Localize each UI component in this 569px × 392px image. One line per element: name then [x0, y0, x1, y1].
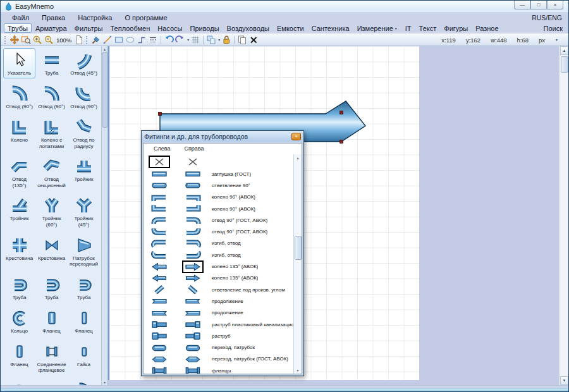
fitting-left-flanged-icon[interactable]: [150, 365, 169, 374]
dialog-scrollbar[interactable]: ▲ ▼: [293, 154, 302, 374]
fitting-right-arrow2-icon[interactable]: [183, 273, 202, 283]
copy-icon[interactable]: [236, 35, 248, 46]
scroll-thumb[interactable]: [561, 56, 568, 73]
fitting-right-bar-round-icon[interactable]: [183, 180, 202, 190]
scroll-up-icon[interactable]: ▲: [297, 154, 300, 161]
fill-style-icon[interactable]: [90, 35, 102, 46]
tab-Текст[interactable]: Текст: [415, 25, 441, 32]
fitting-left-arrow2-icon[interactable]: [150, 273, 169, 283]
tab-Разное[interactable]: Разное: [472, 25, 502, 32]
tab-Трубы[interactable]: Трубы: [4, 23, 32, 33]
dialog-title-bar[interactable]: Фитинги и др. для трубопроводов ×: [142, 131, 303, 142]
palette-item-Труба[interactable]: Труба: [35, 273, 68, 303]
title-bar[interactable]: EasyMnemo — □ ×: [1, 1, 568, 11]
fitting-right-arc-high-icon[interactable]: [183, 227, 202, 237]
fitting-left-hook-high-icon[interactable]: [150, 250, 169, 260]
fitting-left-arc-high-icon[interactable]: [150, 227, 169, 237]
fitting-left-capsule-pt-icon[interactable]: [150, 354, 169, 364]
zoom-fit-icon[interactable]: [20, 35, 32, 46]
scroll-thumb[interactable]: [295, 236, 302, 260]
ellipse-tool-icon[interactable]: [125, 35, 136, 46]
coord-unit[interactable]: px: [539, 37, 545, 44]
fitting-left-socket2-icon[interactable]: [150, 331, 169, 341]
menu-item[interactable]: Правка: [35, 14, 71, 21]
maximize-button[interactable]: □: [530, 1, 547, 9]
unit-dropdown-icon[interactable]: ▼: [555, 38, 558, 42]
fitting-left-bar-notch-icon[interactable]: [150, 296, 169, 306]
close-button[interactable]: ×: [547, 1, 563, 9]
rect-tool-icon[interactable]: [113, 35, 125, 46]
scroll-down-icon[interactable]: ▼: [560, 376, 568, 385]
palette-item-Отвод (135°)[interactable]: Отвод (135°): [3, 154, 35, 190]
fitting-left-elbow-low-icon[interactable]: [150, 192, 169, 202]
fitting-right-arc-low-icon[interactable]: [183, 215, 202, 225]
palette-item-Отвод (90°)[interactable]: Отвод (90°): [3, 82, 35, 112]
tab-Емкости[interactable]: Емкости: [273, 25, 308, 32]
fitting-left-arrow-icon[interactable]: [150, 262, 169, 272]
palette-item-Указатель[interactable]: Указатель: [3, 48, 35, 78]
fitting-right-hook-low-icon[interactable]: [183, 238, 202, 248]
tab-IT[interactable]: IT: [401, 25, 415, 32]
palette-item-Резьбовое соединение[interactable]: Резьбовое соединение: [68, 379, 100, 385]
toolbar-grip[interactable]: [86, 36, 88, 44]
language-toggle[interactable]: RUS/ENG: [532, 14, 563, 21]
fitting-right-bar-notch-icon[interactable]: [183, 296, 202, 306]
fitting-right-bar-notch2-icon[interactable]: [183, 308, 202, 318]
pan-tool-icon[interactable]: [9, 35, 20, 46]
fitting-left-bar-round-icon[interactable]: [150, 180, 169, 190]
palette-item-Тройник (45°)[interactable]: Тройник (45°): [68, 193, 100, 230]
scroll-down-icon[interactable]: ▼: [103, 379, 106, 385]
palette-item-Фланец[interactable]: Фланец: [35, 306, 68, 336]
redo-icon[interactable]: [174, 35, 186, 46]
fitting-right-capsule-icon[interactable]: [183, 343, 202, 353]
tab-Арматура[interactable]: Арматура: [32, 25, 71, 32]
palette-item-Отвод (90°)[interactable]: Отвод (90°): [35, 82, 68, 112]
palette-item-Гайка[interactable]: Гайка: [68, 340, 100, 376]
tab-Воздуховоды[interactable]: Воздуховоды: [223, 25, 273, 32]
minimize-button[interactable]: —: [514, 1, 530, 9]
search-label[interactable]: Поиск: [544, 25, 565, 32]
palette-item-Труба[interactable]: Труба: [35, 48, 68, 78]
fitting-right-elbow-high-icon[interactable]: [183, 204, 202, 214]
zoom-level[interactable]: 100%: [54, 37, 73, 44]
palette-item-Крестовина[interactable]: Крестовина: [3, 233, 35, 269]
palette-item-Фланец[interactable]: Фланец: [3, 340, 35, 376]
fitting-left-elbow-high-icon[interactable]: [150, 204, 169, 214]
palette-item-Тройник[interactable]: Тройник: [3, 193, 35, 230]
palette-item-Отвод (90°)[interactable]: Отвод (90°): [68, 82, 100, 112]
fitting-left-bar-icon[interactable]: [150, 169, 169, 179]
fitting-right-elbow-low-icon[interactable]: [183, 192, 202, 202]
fitting-left-arc-low-icon[interactable]: [150, 215, 169, 225]
palette-item-Отвод секционный[interactable]: Отвод секционный: [35, 154, 68, 190]
tab-Насосы[interactable]: Насосы: [154, 25, 186, 32]
palette-item-Соединение фланцевое[interactable]: Соединение фланцевое: [35, 340, 68, 376]
fitting-right-hook-high-icon[interactable]: [183, 250, 202, 260]
dialog-close-button[interactable]: ×: [291, 133, 301, 140]
fitting-right-none-icon[interactable]: [183, 157, 202, 167]
menu-item[interactable]: О программе: [118, 14, 173, 21]
fitting-left-none-icon[interactable]: [150, 157, 169, 167]
fitting-left-socket-icon[interactable]: [150, 319, 169, 329]
toolbar-grip[interactable]: [4, 36, 6, 44]
lock-icon[interactable]: [221, 35, 232, 46]
palette-item-Тройник (60°)[interactable]: Тройник (60°): [35, 193, 68, 230]
tab-Фильтры[interactable]: Фильтры: [71, 25, 107, 32]
tab-Теплообмен[interactable]: Теплообмен: [106, 25, 154, 32]
palette-item-Колено[interactable]: Колено: [3, 115, 35, 151]
fitting-right-bar-icon[interactable]: [183, 169, 202, 179]
palette-item-Колено с лопатками[interactable]: Колено с лопатками: [35, 115, 68, 151]
line-style-icon[interactable]: [147, 35, 159, 46]
scroll-thumb[interactable]: [102, 52, 107, 128]
scroll-down-icon[interactable]: ▼: [297, 367, 300, 374]
fitting-left-capsule-icon[interactable]: [150, 343, 169, 353]
undo-icon[interactable]: [163, 35, 174, 46]
menu-item[interactable]: Настройка: [71, 14, 118, 21]
palette-item-Резьбовое соединение[interactable]: Резьбовое соединение: [35, 379, 68, 385]
tab-Измерение[interactable]: Измерение▼: [353, 25, 401, 32]
line-tool-icon[interactable]: [102, 35, 113, 46]
canvas-vertical-scrollbar[interactable]: ▲ ▼: [560, 46, 568, 385]
palette-item-Фланец[interactable]: Фланец: [68, 306, 100, 336]
palette-scrollbar[interactable]: ▲ ▼: [101, 46, 107, 385]
palette-item-Тройник[interactable]: Тройник: [68, 154, 100, 190]
grid-toggle-icon[interactable]: [190, 35, 201, 46]
